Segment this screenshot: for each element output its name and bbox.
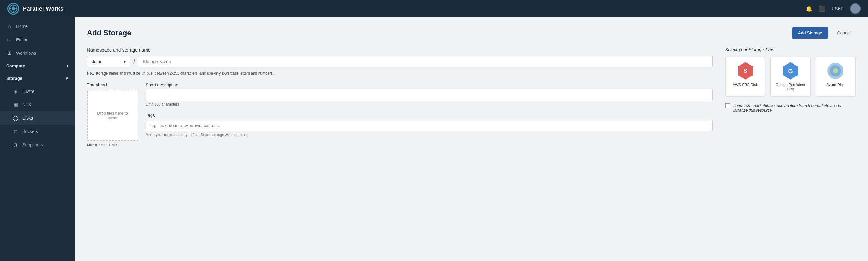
namespace-value: demo: [92, 59, 102, 64]
storage-name-helper: New storage name; this must be unique, b…: [87, 70, 713, 76]
sidebar-item-buckets[interactable]: ◻ Buckets: [0, 124, 74, 138]
add-storage-button[interactable]: Add Storage: [792, 27, 829, 38]
lustre-icon: ◈: [12, 88, 19, 94]
sidebar-item-home[interactable]: ⌂ Home: [0, 20, 74, 33]
app-title: Parallel Works: [23, 6, 64, 12]
azure-name: Azure Disk: [827, 83, 844, 87]
page-title: Add Storage: [87, 29, 131, 37]
sidebar-item-workflows[interactable]: ⊞ Workflows: [0, 46, 74, 60]
svg-text:S: S: [744, 68, 747, 74]
user-label: USER: [832, 6, 844, 11]
aws-ebs-icon: S: [737, 62, 754, 80]
marketplace-row: Load from marketplace: use an item from …: [725, 103, 856, 113]
namespace-chevron-icon: ▾: [124, 59, 126, 64]
svg-point-1: [12, 7, 15, 10]
svg-text:G: G: [788, 68, 793, 75]
tags-helper: Make your resource easy to find. Separat…: [146, 133, 713, 137]
home-icon: ⌂: [6, 24, 12, 29]
fields-col: Short description Limit 100 characters T…: [146, 82, 713, 147]
sidebar-item-nfs[interactable]: ▦ NFS: [0, 98, 74, 111]
form-right: Select Your Storage Type: S AWS EBS Disk: [725, 47, 856, 147]
sidebar-item-label: Disks: [22, 116, 33, 121]
storage-card-gcp[interactable]: G Google Persistent Disk: [770, 57, 810, 97]
gcp-icon: G: [782, 62, 799, 80]
sidebar-item-lustre[interactable]: ◈ Lustre: [0, 85, 74, 98]
compute-chevron-icon: ›: [67, 64, 68, 68]
sidebar-section-compute[interactable]: Compute ›: [0, 60, 74, 72]
sidebar-item-snapshots[interactable]: ◑ Snapshots: [0, 138, 74, 151]
short-desc-row: Short description Limit 100 characters: [146, 82, 713, 107]
terminal-icon[interactable]: ⬛: [819, 5, 826, 12]
page-header: Add Storage Add Storage Cancel: [87, 27, 856, 38]
notification-icon[interactable]: 🔔: [806, 5, 812, 12]
storage-name-input[interactable]: [138, 56, 713, 67]
tags-row: Tags Make your resource easy to find. Se…: [146, 113, 713, 137]
sidebar-item-label: Home: [16, 24, 28, 29]
tags-input[interactable]: [146, 120, 713, 132]
storage-chevron-icon: ∨: [65, 76, 68, 81]
logo-icon: [7, 3, 19, 14]
storage-card-aws-ebs[interactable]: S AWS EBS Disk: [725, 57, 765, 97]
editor-icon: ▭: [6, 37, 12, 42]
form-container: Namespace and storage name demo ▾ / New …: [87, 47, 856, 147]
gcp-name: Google Persistent Disk: [775, 83, 806, 91]
namespace-select[interactable]: demo ▾: [87, 56, 130, 67]
nfs-icon: ▦: [12, 102, 19, 108]
tags-label: Tags: [146, 113, 713, 118]
workflows-icon: ⊞: [6, 50, 12, 56]
left-form-grid: Thumbnail Drop files here to upload Max …: [87, 82, 713, 147]
thumbnail-dropzone[interactable]: Drop files here to upload: [87, 90, 138, 141]
sidebar-item-label: Buckets: [22, 129, 38, 134]
sidebar-section-storage[interactable]: Storage ∨: [0, 72, 74, 85]
azure-icon: [827, 62, 844, 80]
page-header-actions: Add Storage Cancel: [792, 27, 856, 38]
namespace-row: demo ▾ /: [87, 56, 713, 67]
slash-divider: /: [133, 58, 135, 65]
short-desc-input[interactable]: [146, 89, 713, 101]
thumbnail-col: Thumbnail Drop files here to upload Max …: [87, 82, 138, 147]
main-content: Add Storage Add Storage Cancel Namespace…: [74, 18, 868, 261]
storage-label: Storage: [6, 76, 22, 81]
cancel-button[interactable]: Cancel: [832, 27, 856, 38]
header-actions: 🔔 ⬛ USER: [806, 3, 861, 14]
char-limit-text: Limit 100 characters: [146, 102, 713, 107]
storage-type-section-label: Select Your Storage Type:: [725, 47, 856, 52]
avatar[interactable]: [850, 3, 861, 14]
sidebar-item-label: Editor: [16, 37, 28, 42]
storage-type-grid: S AWS EBS Disk G Google P: [725, 57, 856, 97]
sidebar-item-label: NFS: [22, 102, 31, 107]
disks-icon: ◯: [12, 115, 19, 121]
marketplace-checkbox[interactable]: [725, 104, 730, 109]
storage-card-azure[interactable]: Azure Disk: [815, 57, 856, 97]
svg-point-12: [833, 68, 838, 73]
short-desc-label: Short description: [146, 82, 713, 87]
marketplace-label: Load from marketplace: use an item from …: [733, 103, 856, 113]
sidebar-item-label: Lustre: [22, 89, 34, 94]
sidebar-item-editor[interactable]: ▭ Editor: [0, 33, 74, 46]
max-file-text: Max file size 1 MB.: [87, 143, 138, 147]
sidebar-item-disks[interactable]: ◯ Disks: [0, 111, 74, 124]
namespace-section-label: Namespace and storage name: [87, 47, 713, 53]
thumbnail-label: Thumbnail: [87, 82, 138, 87]
app-header: Parallel Works 🔔 ⬛ USER: [0, 0, 868, 18]
logo-area: Parallel Works: [7, 3, 64, 14]
form-left: Namespace and storage name demo ▾ / New …: [87, 47, 713, 147]
compute-label: Compute: [6, 63, 25, 68]
sidebar-item-label: Workflows: [16, 51, 36, 56]
buckets-icon: ◻: [12, 128, 19, 134]
sidebar-item-label: Snapshots: [22, 142, 43, 147]
snapshots-icon: ◑: [12, 142, 19, 148]
drop-files-text: Drop files here to upload: [93, 111, 132, 120]
aws-ebs-name: AWS EBS Disk: [733, 83, 758, 87]
sidebar: ⌂ Home ▭ Editor ⊞ Workflows Compute › St…: [0, 18, 74, 261]
